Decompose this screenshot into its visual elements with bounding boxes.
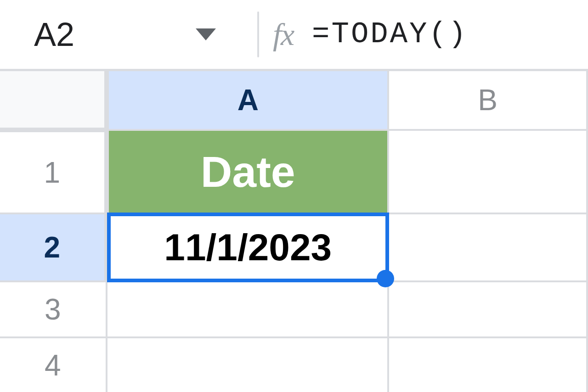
cell-A1[interactable]: Date bbox=[107, 130, 388, 213]
cell-B3[interactable] bbox=[388, 281, 587, 337]
cell-B1[interactable] bbox=[388, 130, 587, 213]
cell-A4[interactable] bbox=[107, 337, 388, 392]
cell-B4[interactable] bbox=[388, 337, 587, 392]
row-header-2[interactable]: 2 bbox=[0, 213, 107, 281]
divider bbox=[257, 11, 259, 57]
formula-bar: A2 fx =TODAY() bbox=[0, 0, 588, 69]
chevron-down-icon[interactable] bbox=[196, 28, 216, 40]
cell-A2[interactable]: 11/1/2023 bbox=[107, 213, 388, 281]
cell-A3[interactable] bbox=[107, 281, 388, 337]
spreadsheet-grid: A B 1 Date 2 11/1/2023 3 bbox=[0, 69, 588, 392]
name-box[interactable]: A2 bbox=[23, 16, 243, 53]
name-box-value: A2 bbox=[23, 16, 196, 53]
select-all-corner[interactable] bbox=[0, 71, 107, 130]
column-header-A[interactable]: A bbox=[107, 71, 388, 130]
row-header-1[interactable]: 1 bbox=[0, 130, 107, 213]
column-header-B[interactable]: B bbox=[388, 71, 587, 130]
row-header-3[interactable]: 3 bbox=[0, 281, 107, 337]
selection-outline bbox=[107, 213, 389, 282]
fx-icon[interactable]: fx bbox=[273, 17, 294, 53]
row-header-4[interactable]: 4 bbox=[0, 337, 107, 392]
cell-B2[interactable] bbox=[388, 213, 587, 281]
formula-input[interactable]: =TODAY() bbox=[312, 18, 468, 51]
